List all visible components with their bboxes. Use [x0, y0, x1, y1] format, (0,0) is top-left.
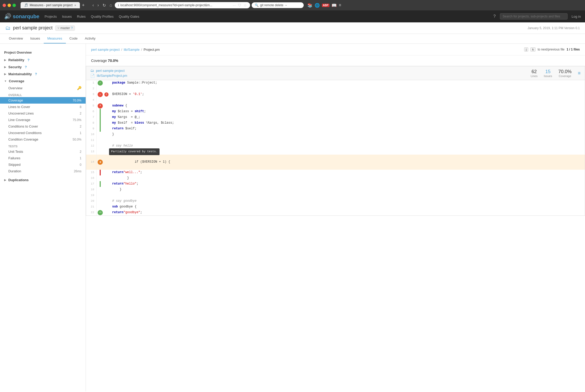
nav-rules[interactable]: Rules [77, 14, 86, 20]
breadcrumb-file: Project.pm [144, 48, 160, 52]
breadcrumb-dir[interactable]: lib/Sample [124, 48, 139, 52]
issue-badge[interactable]: 2 [104, 92, 109, 97]
coverage-header-label: Coverage [91, 59, 107, 63]
close-button[interactable] [3, 4, 6, 7]
file-menu-button[interactable]: ≡ [578, 71, 581, 76]
shield-icon[interactable]: 🛡 [238, 3, 241, 7]
sidebar-section-maintainability[interactable]: ▶ Maintainability ? [0, 71, 86, 78]
sidebar-item-lines-to-cover[interactable]: Lines to Cover 8 [0, 104, 86, 110]
sidebar-section-duplications[interactable]: ▶ Duplications [0, 176, 86, 184]
tab-close-icon[interactable]: ✕ [74, 4, 76, 7]
security-label: Security [8, 65, 22, 69]
star-icon[interactable]: ☆ [244, 3, 247, 7]
sidebar-item-duration[interactable]: Duration 26ms [0, 168, 86, 174]
next-file-key[interactable]: k [530, 47, 536, 52]
new-tab-button[interactable]: + [80, 3, 87, 8]
line-number-16: 16 [86, 175, 97, 181]
address-bar[interactable]: ℹ localhost:9000/component_measures?id=p… [115, 2, 250, 8]
skipped-value: 0 [80, 163, 81, 167]
sidebar-overview-item[interactable]: Overview 🔑 [0, 85, 86, 91]
file-project-link[interactable]: perl sample project [96, 69, 125, 73]
reliability-help-icon[interactable]: ? [27, 58, 29, 62]
line-code-3: $VERSION = '0.1'; [109, 92, 585, 97]
sidebar-item-unit-tests[interactable]: Unit Tests 2 [0, 148, 86, 155]
nav-quality-profiles[interactable]: Quality Profiles [91, 14, 113, 20]
login-link[interactable]: Log in [572, 15, 581, 18]
sidebar-item-conditions-to-cover[interactable]: Conditions to Cover 2 [0, 123, 86, 130]
line-number-15: 15 [86, 170, 97, 175]
tab-title: Measures - perl sample project [30, 3, 73, 7]
file-icon: 📄 [90, 74, 95, 78]
back-button[interactable]: ‹ [91, 2, 95, 8]
tab-overview[interactable]: Overview [5, 34, 27, 43]
sidebar-item-skipped[interactable]: Skipped 0 [0, 161, 86, 168]
minimize-button[interactable] [8, 4, 11, 7]
sidebar-item-line-coverage[interactable]: Line Coverage 75.0% [0, 117, 86, 123]
home-button[interactable]: ⌂ [109, 2, 113, 8]
unit-tests-label: Unit Tests [8, 150, 23, 154]
line-coverage-indicator-3: ⚠ [97, 92, 104, 97]
file-path-link[interactable]: lib/Sample/Project.pm [97, 74, 127, 78]
browser-search-bar[interactable]: 🔍 git remote delete → [252, 2, 304, 8]
tab-code[interactable]: Code [66, 34, 81, 43]
code-line-3: 3 ⚠ 2 $VERSION = '0.1'; [86, 92, 585, 97]
bookmarks-icon[interactable]: 📚 [307, 3, 313, 8]
nav-issues[interactable]: Issues [62, 14, 72, 20]
forward-button[interactable]: › [97, 2, 100, 8]
help-icon[interactable]: ? [493, 14, 496, 19]
breadcrumb: perl sample project / lib/Sample / Proje… [91, 48, 160, 52]
line-issue-18 [104, 187, 109, 193]
covered-icon[interactable]: ✓ [98, 80, 103, 86]
uncovered-bar [100, 170, 101, 175]
adblock-badge[interactable]: ABP [322, 4, 329, 7]
conditions-to-cover-label: Conditions to Cover [8, 124, 38, 128]
code-line-5: 5 ⬆ sub new { [86, 103, 585, 109]
sidebar-section-reliability[interactable]: ▶ Reliability ? [0, 56, 86, 64]
coverage-header-value: 70.0% [108, 59, 118, 63]
sidebar-section-coverage[interactable]: ▼ Coverage [0, 78, 86, 85]
maintainability-help-icon[interactable]: ? [35, 72, 37, 76]
sidebar-item-condition-coverage[interactable]: Condition Coverage 50.0% [0, 136, 86, 143]
line-number-12: 12 [86, 143, 97, 149]
more-icon[interactable]: ··· [233, 3, 236, 7]
line-issue-12 [104, 143, 109, 149]
sidebar-item-failures[interactable]: Failures 1 [0, 155, 86, 161]
nav-quality-gates[interactable]: Quality Gates [119, 14, 139, 20]
tab-issues[interactable]: Issues [27, 34, 44, 43]
maximize-button[interactable] [12, 4, 16, 7]
line-number-20: 20 [86, 198, 97, 204]
line-number-10: 10 [86, 132, 97, 137]
sidebar-section-security[interactable]: ▶ Security ? [0, 64, 86, 71]
branch-help-icon[interactable]: ? [71, 26, 73, 30]
tab-measures[interactable]: Measures [44, 34, 66, 43]
line-code-15: return "well..."; [109, 170, 585, 175]
line-code-14: Partially covered by tests. if ($VERSION… [109, 155, 585, 170]
code-line-17: 17 return "hello"; [86, 181, 585, 187]
code-line-21: 21 sub goodbye { [86, 204, 585, 210]
security-help-icon[interactable]: ? [25, 65, 27, 69]
prev-file-key[interactable]: j [524, 47, 528, 52]
line-number-17: 17 [86, 181, 97, 187]
line-coverage-indicator-13 [97, 149, 104, 155]
line-code-4 [109, 97, 585, 103]
partial-coverage-icon[interactable]: ◑ [98, 160, 103, 165]
chevron-right-icon: ▶ [4, 59, 6, 61]
tab-activity[interactable]: Activity [81, 34, 99, 43]
sidebar-item-coverage[interactable]: Coverage 70.0% [0, 97, 86, 104]
breadcrumb-project[interactable]: perl sample project [91, 48, 120, 52]
line-issue-3[interactable]: 2 [104, 92, 109, 97]
nav-projects[interactable]: Projects [44, 14, 57, 20]
sidebar-item-uncovered-conditions[interactable]: Uncovered Conditions 1 [0, 130, 86, 136]
reload-button[interactable]: ↻ [101, 2, 107, 8]
global-search-input[interactable] [500, 13, 568, 20]
issue-nav-icon[interactable]: ⬆ [98, 103, 103, 109]
project-header: 🗂 perl sample project ⑂ master ? January… [0, 22, 585, 34]
active-tab[interactable]: 🎵 Measures - perl sample project ✕ [21, 2, 80, 8]
covered-icon-0[interactable]: ✓0 [98, 210, 103, 215]
menu-icon[interactable]: ≡ [339, 3, 341, 8]
partial-covered-icon[interactable]: ⚠ [98, 92, 103, 97]
reader-icon[interactable]: 📖 [332, 3, 337, 8]
sidebar-item-uncovered-lines[interactable]: Uncovered Lines 2 [0, 110, 86, 117]
chevron-right-icon: ▶ [4, 66, 6, 68]
globe-icon[interactable]: 🌐 [315, 3, 320, 8]
